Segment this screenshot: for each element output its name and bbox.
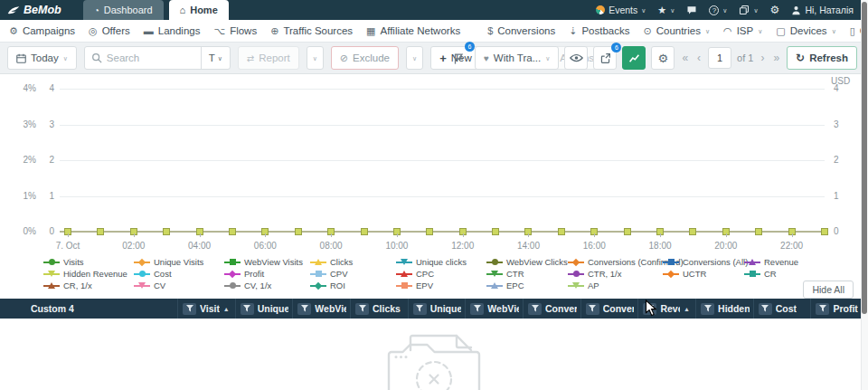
- chevron-down-icon: ∨: [63, 55, 68, 62]
- favorites-menu[interactable]: ★ ∨: [657, 5, 675, 16]
- table-column-webvie-[interactable]: WebVie...: [292, 299, 350, 319]
- legend-item-uctr[interactable]: UCTR: [663, 269, 744, 279]
- search-input[interactable]: [102, 52, 201, 63]
- search-type-dropdown[interactable]: T ∨: [201, 47, 230, 69]
- filter-icon[interactable]: [586, 303, 599, 315]
- nav-item-affiliate-networks[interactable]: ▦Affiliate Networks: [366, 25, 460, 36]
- legend-item-profit[interactable]: Profit: [224, 269, 310, 279]
- nav-item-traffic-sources[interactable]: ⊕Traffic Sources: [270, 25, 353, 36]
- legend-marker: [43, 257, 60, 267]
- filter-icon[interactable]: [759, 303, 772, 315]
- chevron-down-icon: ∨: [753, 7, 758, 14]
- filter-icon[interactable]: [355, 303, 369, 315]
- legend-item-webview-clicks[interactable]: WebView Clicks: [486, 257, 568, 267]
- flag-button[interactable]: 6: [448, 46, 469, 70]
- filter-icon[interactable]: [528, 303, 542, 315]
- filter-icon[interactable]: [413, 303, 427, 315]
- legend-item-cr-1-x[interactable]: CR, 1/x: [43, 281, 134, 290]
- circle-marker-icon: [230, 282, 236, 289]
- table-column-unique-[interactable]: Unique ...: [235, 299, 293, 319]
- table-column-custom-4[interactable]: Custom 4: [0, 299, 177, 319]
- page-number-input[interactable]: [708, 47, 731, 69]
- legend-item-revenue[interactable]: Revenue: [744, 257, 861, 267]
- legend-item-cr[interactable]: CR: [744, 269, 861, 279]
- date-range-button[interactable]: Today ∨: [7, 46, 77, 70]
- filter-icon[interactable]: [241, 303, 254, 315]
- legend-item-cost[interactable]: Cost: [134, 269, 224, 279]
- filter-icon[interactable]: [183, 303, 196, 315]
- bemob-logo[interactable]: BeMob: [0, 0, 71, 20]
- nav-item-countries[interactable]: ⊙Countries∨: [643, 25, 710, 36]
- legend-item-cpv[interactable]: CPV: [310, 269, 396, 279]
- nav-item-conversions[interactable]: $Conversions: [487, 25, 555, 36]
- tab-dashboard[interactable]: ◔ Dashboard: [83, 0, 164, 20]
- legend-item-ap[interactable]: AP: [568, 281, 663, 290]
- report-button[interactable]: ⇄ Report: [238, 46, 299, 70]
- legend-item-unique-visits[interactable]: Unique Visits: [134, 257, 224, 267]
- legend-item-cv[interactable]: CV: [134, 281, 224, 290]
- prev-page-button[interactable]: ‹: [695, 52, 703, 64]
- visibility-button[interactable]: [564, 46, 588, 70]
- share-button[interactable]: 6: [593, 46, 617, 70]
- chart-toggle-button[interactable]: [622, 46, 646, 70]
- table-column-convers-[interactable]: Convers...: [523, 299, 580, 319]
- table-column-hidden-[interactable]: Hidden ...: [695, 299, 753, 319]
- filter-icon[interactable]: [701, 303, 714, 315]
- events-menu[interactable]: Events ∨: [596, 5, 646, 15]
- legend-item-ctr[interactable]: CTR: [486, 269, 568, 279]
- nav-item-postbacks[interactable]: ⇣Postbacks: [569, 25, 629, 36]
- nav-item-offers[interactable]: ◎Offers: [89, 25, 130, 36]
- help-menu[interactable]: ? ∨: [709, 5, 727, 15]
- traffic-filter-dropdown[interactable]: ♥ With Tra... ∨: [475, 46, 559, 70]
- nav-item-campaigns[interactable]: ⚙Campaigns: [9, 25, 75, 36]
- table-column-clicks[interactable]: Clicks: [350, 299, 408, 319]
- legend-item-clicks[interactable]: Clicks: [310, 257, 396, 267]
- traffic-sources-icon: ⊕: [270, 26, 278, 36]
- exclude-button[interactable]: ⊘ Exclude: [331, 46, 399, 70]
- table-column-profit[interactable]: Profit: [810, 299, 868, 319]
- legend-item-unique-clicks[interactable]: Unique clicks: [396, 257, 486, 267]
- hide-all-button[interactable]: Hide All: [803, 281, 854, 299]
- refresh-button[interactable]: ↻ Refresh: [787, 46, 857, 70]
- sort-asc-icon[interactable]: ▲: [684, 306, 692, 312]
- last-page-button[interactable]: »: [771, 52, 781, 64]
- scrollbar-thumb[interactable]: [862, 2, 867, 314]
- table-column-unique-[interactable]: Unique ...: [408, 299, 466, 319]
- report-dropdown-button[interactable]: ∨: [307, 46, 324, 70]
- table-column-cost[interactable]: Cost: [753, 299, 811, 319]
- next-page-button[interactable]: ›: [759, 52, 766, 64]
- nav-item-flows[interactable]: ⌥Flows: [213, 25, 257, 36]
- legend-item-hidden-revenue[interactable]: Hidden Revenue: [43, 269, 134, 279]
- legend-item-cpc[interactable]: CPC: [396, 269, 486, 279]
- nav-item-landings[interactable]: ▬Landings: [144, 25, 201, 36]
- nav-item-isp[interactable]: ◠ISP∨: [723, 25, 762, 36]
- vertical-scrollbar[interactable]: [861, 0, 868, 390]
- tab-home[interactable]: ⌂ Home: [169, 0, 229, 20]
- legend-item-roi[interactable]: ROI: [310, 281, 396, 290]
- nav-item-devices[interactable]: ▢Devices∨: [776, 25, 835, 36]
- user-menu[interactable]: Hi, Наталія: [791, 5, 854, 15]
- settings-button[interactable]: ⚙: [770, 4, 780, 16]
- gear-icon: ⚙: [658, 52, 669, 65]
- filter-icon[interactable]: [816, 303, 829, 315]
- windows-menu[interactable]: ∨: [739, 5, 758, 15]
- filter-icon[interactable]: [470, 303, 484, 315]
- legend-item-epc[interactable]: EPC: [486, 281, 568, 290]
- legend-item-conversions-confirmed-[interactable]: Conversions (Confirmed): [568, 257, 663, 267]
- legend-item-conversions-all-[interactable]: Conversions (All): [663, 257, 744, 267]
- sort-asc-icon[interactable]: ▲: [223, 306, 231, 312]
- chat-button[interactable]: [686, 5, 697, 15]
- filter-icon[interactable]: [297, 303, 311, 315]
- table-column-visits[interactable]: Visits▲: [177, 299, 235, 319]
- legend-item-ctr-1-x[interactable]: CTR, 1/x: [568, 269, 663, 279]
- legend-item-epv[interactable]: EPV: [396, 281, 486, 290]
- table-column-webvie-[interactable]: WebVie...: [465, 299, 523, 319]
- table-column-convers-[interactable]: Convers...: [580, 299, 638, 319]
- first-page-button[interactable]: «: [680, 52, 690, 64]
- legend-item-webview-visits[interactable]: WebView Visits: [224, 257, 310, 267]
- legend-item-cv-1-x[interactable]: CV, 1/x: [224, 281, 310, 290]
- columns-settings-button[interactable]: ⚙: [651, 46, 675, 70]
- legend-item-visits[interactable]: Visits: [43, 257, 134, 267]
- exclude-dropdown-button[interactable]: ∨: [406, 46, 423, 70]
- x-axis-label: 7. Oct: [48, 241, 88, 251]
